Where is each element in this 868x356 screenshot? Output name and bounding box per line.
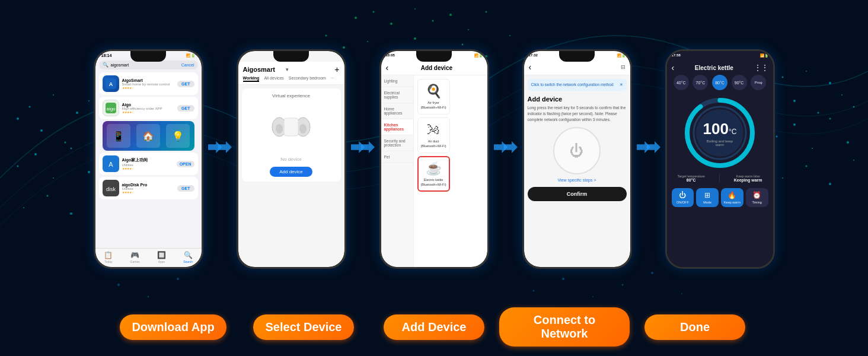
- timing-button[interactable]: ⏰ Timing: [746, 188, 768, 207]
- steps-row: Download App Select Device Add Device Co…: [108, 307, 760, 356]
- aigojia-text: Aigo家上功间 Utilities ★★★★☆: [122, 157, 174, 170]
- phone-4: 17:32 📶🔋 ‹ ⊟ Click to switch the network…: [522, 49, 632, 269]
- temp-gauge-area: 100°C Boiling and keepwarm: [667, 94, 773, 172]
- virtual-experience-title: Virtual experience: [247, 93, 336, 98]
- cancel-button[interactable]: Cancel: [181, 63, 194, 67]
- tab-games[interactable]: 🎮 Games: [122, 251, 148, 263]
- app-item-aigosmart[interactable]: A AigoSmart Smart home by remote control…: [99, 72, 198, 95]
- main-content: 18:14 📶 🔋 🔍 aigosmart Cancel: [0, 0, 868, 356]
- svg-marker-79: [503, 141, 517, 153]
- phone-3-layout: Lighting Electrical supplies Home applia…: [381, 75, 487, 267]
- step-5-wrapper: Done: [630, 314, 760, 340]
- phone-1-status-icons: 📶 🔋: [186, 53, 196, 58]
- temp-display: 100°C Boiling and keepwarm: [703, 120, 737, 147]
- aigodisk-text: aigoDisk Pro Utilities ★★★★☆: [122, 183, 175, 194]
- cat-home[interactable]: Home appliances: [381, 103, 413, 119]
- today-icon: 📋: [104, 251, 113, 259]
- onoff-button[interactable]: ⏻ ON/OFF: [672, 188, 694, 207]
- tab-more[interactable]: ···: [331, 76, 334, 82]
- target-temp-info: Target temperature 80°C: [677, 174, 704, 182]
- phone-4-header: ‹ ⊟: [524, 59, 630, 75]
- phone-2-header: Aigosmart ▼ + Working All devices Second…: [238, 62, 344, 85]
- air-fryer-label: Air fryer(Bluetooth+Wi-Fi): [421, 101, 446, 109]
- svg-text:A: A: [108, 161, 113, 168]
- step-4-label: Connect to Network: [499, 307, 630, 347]
- phone-1-searchbar[interactable]: 🔍 aigosmart Cancel: [99, 61, 198, 69]
- svg-rect-75: [284, 118, 298, 136]
- keep-warm-info: Keep warm time Keeping warm: [734, 174, 762, 182]
- mode-40[interactable]: 40°C: [674, 75, 689, 90]
- mode-70[interactable]: 70°C: [693, 75, 708, 90]
- keep-warm-icon: 🔥: [727, 191, 736, 199]
- device-electric-kettle[interactable]: ☕ Electric kettle(Bluetooth+Wi-Fi): [417, 156, 450, 192]
- electric-kettle-label: Electric kettle(Bluetooth+Wi-Fi): [421, 178, 446, 186]
- aigo-text: Aigo High efficiency order APP ★★★★☆: [122, 103, 175, 114]
- mode-40-icon: 40°C: [674, 75, 689, 90]
- phone-4-back[interactable]: ‹: [529, 62, 532, 72]
- tab-working[interactable]: Working: [243, 76, 260, 82]
- cat-electrical[interactable]: Electrical supplies: [381, 87, 413, 103]
- aigodisk-get-btn[interactable]: GET: [177, 185, 194, 192]
- phone-3-header: ‹ Add device: [381, 59, 487, 75]
- temp-modes: 40°C 70°C 80°C: [667, 75, 773, 94]
- mode-prog[interactable]: Prog: [751, 75, 766, 90]
- back-button[interactable]: ‹: [386, 63, 389, 72]
- phone-2-tabs: Working All devices Secondary bedroom ··…: [243, 76, 340, 82]
- phone-5-notch: [702, 51, 738, 62]
- phone-3-time: 18:05: [386, 53, 395, 57]
- app-item-aigo[interactable]: aigo Aigo High efficiency order APP ★★★★…: [99, 97, 198, 119]
- app-item-aigojia[interactable]: A Aigo家上功间 Utilities ★★★★☆ OPEN: [99, 152, 198, 175]
- phone-2-body: Virtual experience: [238, 85, 344, 189]
- arrow-2: [351, 138, 375, 156]
- more-options-icon[interactable]: ⋮⋮: [754, 63, 768, 72]
- add-device-button[interactable]: Add device: [270, 167, 312, 177]
- phone-4-header-icon: ⊟: [621, 64, 626, 70]
- step-3-label: Add Device: [384, 314, 484, 340]
- keep-warm-value: Keeping warm: [734, 178, 762, 182]
- onoff-label: ON/OFF: [676, 201, 689, 204]
- add-device-icon[interactable]: +: [334, 65, 339, 74]
- phone-5-time: 17:58: [672, 53, 681, 57]
- phone-1-screen: 18:14 📶 🔋 🔍 aigosmart Cancel: [95, 51, 202, 267]
- cat-lighting[interactable]: Lighting: [381, 75, 413, 87]
- tab-apps[interactable]: 🔲 Apps: [148, 251, 175, 263]
- tab-today[interactable]: 📋 Today: [95, 251, 122, 263]
- banner-card-2: 🏠: [136, 124, 160, 148]
- svg-marker-77: [360, 141, 374, 153]
- confirm-button[interactable]: Confirm: [528, 187, 627, 201]
- cat-security[interactable]: Security and protection: [381, 135, 413, 151]
- air-duct-icon: 🌬: [427, 122, 440, 138]
- tab-search[interactable]: 🔍 Search: [175, 251, 202, 263]
- phone-1-tabbar: 📋 Today 🎮 Games 🔲 Apps 🔍: [95, 248, 202, 267]
- mode-button[interactable]: ⊞ Mode: [696, 188, 719, 207]
- app-item-aigodisk[interactable]: disk aigoDisk Pro Utilities ★★★★☆ GET: [99, 177, 198, 199]
- aigosmart-get-btn[interactable]: GET: [177, 81, 194, 87]
- phones-row: 18:14 📶 🔋 🔍 aigosmart Cancel: [94, 0, 775, 307]
- network-info-box[interactable]: Click to switch the network configuratio…: [528, 79, 627, 91]
- mode-90[interactable]: 90°C: [732, 75, 747, 90]
- cat-pet[interactable]: Pet: [381, 151, 413, 163]
- step-4-wrapper: Connect to Network: [499, 307, 630, 347]
- info-divider: [719, 174, 720, 182]
- device-air-fryer[interactable]: 🍳 Air fryer(Bluetooth+Wi-Fi): [417, 79, 450, 115]
- virtual-experience-section: Virtual experience: [242, 88, 341, 182]
- add-device-section-title: Add device: [528, 96, 627, 103]
- keep-warm-button[interactable]: 🔥 Keep warm: [721, 188, 743, 207]
- aigo-get-btn[interactable]: GET: [177, 105, 194, 112]
- phone-5-back[interactable]: ‹: [672, 63, 675, 72]
- cat-kitchen[interactable]: Kitchen appliances: [381, 119, 413, 135]
- tab-all-devices[interactable]: All devices: [264, 76, 283, 82]
- view-steps-link[interactable]: View specific steps >: [528, 178, 627, 182]
- mode-80[interactable]: 80°C: [712, 75, 727, 90]
- device-air-duct[interactable]: 🌬 Air duct(Bluetooth+Wi-Fi): [417, 117, 450, 153]
- svg-text:aigo: aigo: [106, 106, 116, 112]
- electric-kettle-icon: ☕: [426, 161, 442, 176]
- temp-info-row: Target temperature 80°C Keep warm time K…: [667, 172, 773, 185]
- step-3-wrapper: Add Device: [369, 314, 499, 340]
- aigojia-open-btn[interactable]: OPEN: [177, 161, 194, 167]
- phone-1: 18:14 📶 🔋 🔍 aigosmart Cancel: [94, 49, 203, 269]
- phone-4-status: 📶🔋: [617, 53, 626, 58]
- tab-secondary[interactable]: Secondary bedroom: [289, 76, 326, 82]
- close-info-icon[interactable]: ✕: [620, 82, 623, 87]
- add-device-description: Long press the reset key for 5 seconds t…: [528, 105, 627, 122]
